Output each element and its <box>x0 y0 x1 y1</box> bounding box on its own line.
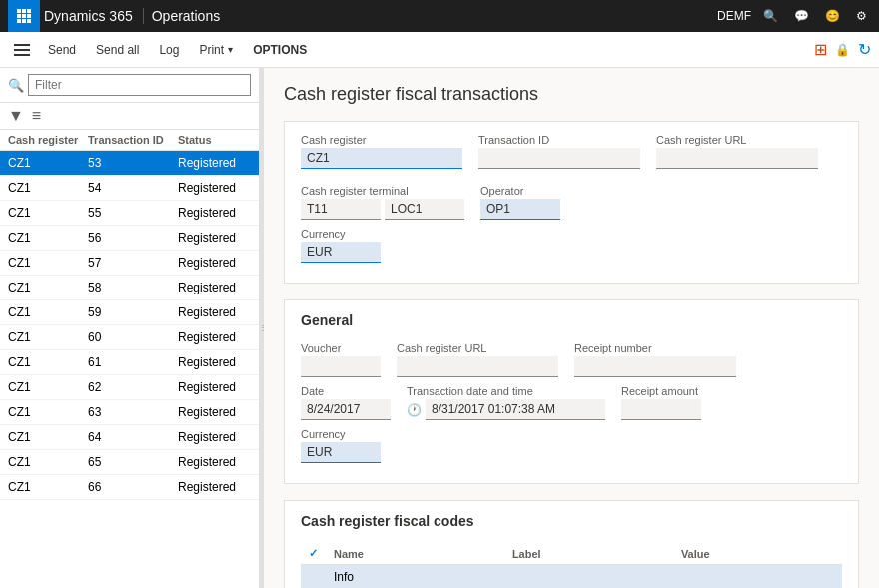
general-row2: Date Transaction date and time 🕐 Receipt… <box>301 385 842 420</box>
svg-rect-1 <box>22 9 26 13</box>
general-url-input[interactable] <box>397 356 558 377</box>
sidebar-list-toggle[interactable]: ≡ <box>32 107 41 125</box>
currency-general-input[interactable] <box>301 442 381 463</box>
app-grid-button[interactable] <box>8 0 40 32</box>
sidebar-toolbar: ▼ ≡ <box>0 103 259 130</box>
voucher-label: Voucher <box>301 342 381 354</box>
col-transaction-id: Transaction ID <box>88 134 178 146</box>
currency-top-label: Currency <box>301 228 381 240</box>
cell-status: Registered <box>178 455 251 469</box>
transaction-id-field: Transaction ID <box>478 134 640 169</box>
fiscal-codes-section: Cash register fiscal codes ✓ Name Label … <box>284 500 859 588</box>
options-button[interactable]: OPTIONS <box>245 39 315 61</box>
refresh-icon[interactable]: ↻ <box>858 40 871 59</box>
svg-rect-3 <box>17 14 21 18</box>
cell-transaction-id: 65 <box>88 455 178 469</box>
table-row[interactable]: CZ1 59 Registered <box>0 300 259 325</box>
terminal-input[interactable] <box>301 199 381 220</box>
cell-status: Registered <box>178 480 251 494</box>
send-button[interactable]: Send <box>40 39 84 61</box>
top-form-row2: Currency <box>301 228 842 263</box>
receipt-amount-label: Receipt amount <box>621 385 701 397</box>
office365-icon[interactable]: ⊞ <box>814 40 827 59</box>
cell-transaction-id: 64 <box>88 430 178 444</box>
calendar-icon: 🕐 <box>407 403 422 417</box>
cash-register-url-input[interactable] <box>656 148 818 169</box>
chat-nav-icon[interactable]: 💬 <box>790 9 813 23</box>
search-nav-icon[interactable]: 🔍 <box>759 9 782 23</box>
cell-status: Registered <box>178 256 251 270</box>
cell-status: Registered <box>178 405 251 419</box>
cell-status: Registered <box>178 305 251 319</box>
page-title: Cash register fiscal transactions <box>284 84 859 105</box>
filter-input[interactable] <box>28 74 251 96</box>
receipt-amount-input[interactable] <box>621 399 701 420</box>
cell-cash-register: CZ1 <box>8 231 88 245</box>
table-row[interactable]: CZ1 55 Registered <box>0 201 259 226</box>
table-row[interactable]: CZ1 65 Registered <box>0 450 259 475</box>
cash-register-input[interactable] <box>301 148 462 169</box>
operator-input[interactable] <box>480 199 560 220</box>
print-button[interactable]: Print ▾ <box>191 39 241 61</box>
cell-status: Registered <box>178 380 251 394</box>
table-row[interactable]: CZ1 66 Registered <box>0 475 259 500</box>
svg-rect-11 <box>14 54 30 56</box>
table-row[interactable]: CZ1 58 Registered <box>0 276 259 300</box>
top-form-section: Cash register Transaction ID Cash regist… <box>284 121 859 284</box>
table-row[interactable]: CZ1 63 Registered <box>0 400 259 425</box>
terminal-label: Cash register terminal <box>301 185 464 197</box>
cell-cash-register: CZ1 <box>8 181 88 195</box>
table-row[interactable]: CZ1 62 Registered <box>0 375 259 400</box>
sidebar-filter-bar: 🔍 <box>0 68 259 103</box>
transaction-id-input[interactable] <box>478 148 640 169</box>
currency-top-input[interactable] <box>301 242 381 263</box>
cell-cash-register: CZ1 <box>8 430 88 444</box>
transaction-list: CZ1 53 Registered CZ1 54 Registered CZ1 … <box>0 151 259 588</box>
table-row[interactable]: CZ1 53 Registered <box>0 151 259 176</box>
table-row[interactable]: CZ1 56 Registered <box>0 226 259 251</box>
cash-register-field: Cash register <box>301 134 462 169</box>
transaction-datetime-input[interactable] <box>426 399 605 420</box>
table-row[interactable]: CZ1 60 Registered <box>0 325 259 350</box>
cell-transaction-id: 62 <box>88 380 178 394</box>
main-layout: 🔍 ▼ ≡ Cash register Transaction ID Statu… <box>0 68 879 588</box>
sidebar-filter-toggle[interactable]: ▼ <box>8 107 24 125</box>
table-row[interactable]: Info <box>301 565 842 589</box>
date-input[interactable] <box>301 399 391 420</box>
table-row[interactable]: CZ1 57 Registered <box>0 251 259 276</box>
transaction-datetime-field: Transaction date and time 🕐 <box>407 385 605 420</box>
cell-transaction-id: 58 <box>88 281 178 294</box>
cell-cash-register: CZ1 <box>8 206 88 220</box>
lock-icon[interactable]: 🔒 <box>835 43 850 57</box>
content-area: Cash register fiscal transactions Cash r… <box>264 68 879 588</box>
voucher-input[interactable] <box>301 356 381 377</box>
person-nav-icon[interactable]: 😊 <box>821 9 844 23</box>
table-row[interactable]: CZ1 64 Registered <box>0 425 259 450</box>
table-row[interactable]: CZ1 61 Registered <box>0 350 259 375</box>
currency-general-label: Currency <box>301 428 381 440</box>
cell-status: Registered <box>178 206 251 220</box>
date-label: Date <box>301 385 391 397</box>
general-title: General <box>301 312 842 332</box>
receipt-number-input[interactable] <box>574 356 736 377</box>
cell-cash-register: CZ1 <box>8 330 88 344</box>
cell-cash-register: CZ1 <box>8 256 88 270</box>
svg-rect-9 <box>14 44 30 46</box>
log-button[interactable]: Log <box>151 39 187 61</box>
general-url-label: Cash register URL <box>397 342 558 354</box>
col-cash-register: Cash register <box>8 134 88 146</box>
send-all-button[interactable]: Send all <box>88 39 147 61</box>
sidebar: 🔍 ▼ ≡ Cash register Transaction ID Statu… <box>0 68 260 588</box>
hamburger-button[interactable] <box>8 36 36 64</box>
top-nav-bar: Dynamics 365 Operations DEMF 🔍 💬 😊 ⚙ <box>0 0 879 32</box>
table-row[interactable]: CZ1 54 Registered <box>0 176 259 201</box>
location-input[interactable] <box>385 199 464 220</box>
receipt-number-label: Receipt number <box>574 342 736 354</box>
transaction-datetime-label: Transaction date and time <box>407 385 605 397</box>
datetime-wrapper: 🕐 <box>407 399 605 420</box>
table-header: Cash register Transaction ID Status <box>0 130 259 151</box>
receipt-number-field: Receipt number <box>574 342 736 377</box>
general-section: General Voucher Cash register URL Receip… <box>284 299 859 484</box>
settings-nav-icon[interactable]: ⚙ <box>852 9 871 23</box>
cell-status: Registered <box>178 181 251 195</box>
